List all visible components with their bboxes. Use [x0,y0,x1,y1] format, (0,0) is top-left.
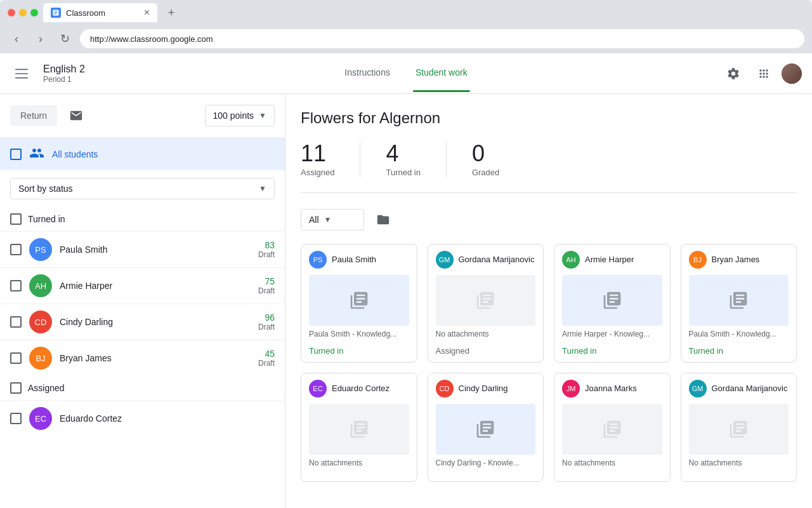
stat-assigned-label: Assigned [301,168,334,177]
header-tabs: Instructions Student work [342,55,469,92]
card-header: JM Joanna Marks [554,373,670,404]
url-input[interactable]: http://www.classroom.google.com [80,29,804,48]
student-card[interactable]: AH Armie Harper Armie Harper - Knowleg..… [554,244,671,363]
card-header: PS Paula Smith [301,244,417,275]
student-row[interactable]: CD Cindy Darling 96 Draft [0,304,285,340]
student-checkbox[interactable] [10,352,22,364]
all-students-filter[interactable]: All students [0,138,285,170]
close-button[interactable] [8,9,15,17]
student-checkbox[interactable] [10,413,22,424]
tab-close-button[interactable]: × [144,7,150,18]
maximize-button[interactable] [30,9,38,17]
card-status: Turned in [681,342,797,362]
grid-menu-button[interactable] [751,61,776,86]
student-row[interactable]: EC Eduardo Cortez [0,400,285,436]
header-actions [721,61,802,86]
card-status [554,471,670,481]
return-button[interactable]: Return [10,105,57,126]
sidebar-toolbar: Return 100 points ▼ [0,94,285,138]
stat-assigned-num: 11 [301,142,326,165]
student-checkbox[interactable] [10,316,22,328]
mail-button[interactable] [65,104,88,127]
stat-turned-in: 4 Turned in [386,142,446,177]
student-grade: 83 Draft [258,240,275,259]
sort-chevron-icon: ▼ [259,184,266,193]
assigned-label: Assigned [28,383,65,393]
settings-button[interactable] [721,61,746,86]
points-label: 100 points [213,110,254,121]
card-avatar: AH [562,251,580,269]
points-dropdown[interactable]: 100 points ▼ [205,105,275,126]
new-tab-button[interactable]: + [162,4,180,22]
card-header: CD Cindy Darling [428,373,544,404]
card-thumbnail [689,275,789,326]
card-header: BJ Bryan James [681,244,797,275]
minimize-button[interactable] [19,9,27,17]
card-avatar: GM [689,380,707,398]
card-doc-name: Armie Harper - Knowleg... [554,326,670,342]
student-card[interactable]: GM Gordana Marijanovic No attachments [681,373,797,482]
grade-number: 96 [258,312,275,323]
user-avatar[interactable] [782,64,802,84]
student-row[interactable]: BJ Bryan James 45 Draft [0,340,285,376]
browser-tab[interactable]: Classroom × [43,3,157,22]
student-name: Cindy Darling [60,317,251,327]
card-header: GM Gordana Marijanovic [428,244,544,275]
student-row[interactable]: PS Paula Smith 83 Draft [0,231,285,267]
student-card[interactable]: JM Joanna Marks No attachments [554,373,671,482]
tab-student-work[interactable]: Student work [413,55,470,92]
student-grade: 96 Draft [258,312,275,331]
app-container: English 2 Period 1 Instructions Student … [0,53,812,508]
student-row[interactable]: AH Armie Harper 75 Draft [0,267,285,304]
sidebar: Return 100 points ▼ All students [0,94,285,508]
turned-in-section-header: Turned in [0,207,285,231]
card-doc-name: Cindy Darling - Knowle... [428,455,544,471]
avatar: BJ [29,347,52,370]
main-content: Return 100 points ▼ All students [0,94,812,508]
turned-in-checkbox[interactable] [10,213,22,225]
card-doc-name: No attachments [428,326,544,342]
student-name: Armie Harper [60,281,251,291]
avatar: PS [29,238,52,261]
card-doc-name: No attachments [301,455,417,471]
filter-label: All [309,215,319,225]
stats-row: 11 Assigned 4 Turned in 0 Graded [301,142,797,193]
student-card[interactable]: EC Eduardo Cortez No attachments [301,373,417,482]
student-grade: 75 Draft [258,276,275,295]
card-thumbnail [562,404,662,455]
card-header: EC Eduardo Cortez [301,373,417,404]
card-avatar: CD [436,380,454,398]
all-students-checkbox[interactable] [10,149,22,160]
filter-chevron-icon: ▼ [324,215,332,224]
card-student-name: Bryan James [712,255,760,265]
forward-button[interactable]: › [32,30,49,48]
sort-dropdown[interactable]: Sort by status ▼ [10,178,275,199]
stat-assigned: 11 Assigned [301,142,360,177]
card-thumbnail [309,404,409,455]
avatar: CD [29,311,52,333]
card-avatar: EC [309,380,327,398]
student-checkbox[interactable] [10,280,22,291]
card-student-name: Eduardo Cortez [332,384,390,394]
card-doc-name: No attachments [681,455,797,471]
student-card[interactable]: PS Paula Smith Paula Smith - Knowledg...… [301,244,417,363]
back-button[interactable]: ‹ [8,30,25,48]
tab-favicon [51,8,61,18]
class-name: English 2 [43,64,85,75]
all-students-label: All students [52,149,98,159]
assigned-checkbox[interactable] [10,382,22,394]
folder-button[interactable] [372,208,395,231]
svg-rect-0 [15,69,28,70]
stat-graded: 0 Graded [472,142,525,177]
student-card[interactable]: BJ Bryan James Paula Smith - Knowledg...… [681,244,797,363]
assignment-title: Flowers for Algernon [301,109,797,127]
browser-chrome: Classroom × + [0,0,812,25]
address-bar: ‹ › ↻ http://www.classroom.google.com [0,25,812,53]
student-checkbox[interactable] [10,244,22,255]
student-card[interactable]: CD Cindy Darling Cindy Darling - Knowle.… [428,373,544,482]
reload-button[interactable]: ↻ [56,30,74,48]
filter-dropdown[interactable]: All ▼ [301,209,364,231]
student-card[interactable]: GM Gordana Marijanovic No attachments As… [428,244,544,363]
tab-instructions[interactable]: Instructions [342,55,393,92]
hamburger-menu[interactable] [10,62,33,85]
